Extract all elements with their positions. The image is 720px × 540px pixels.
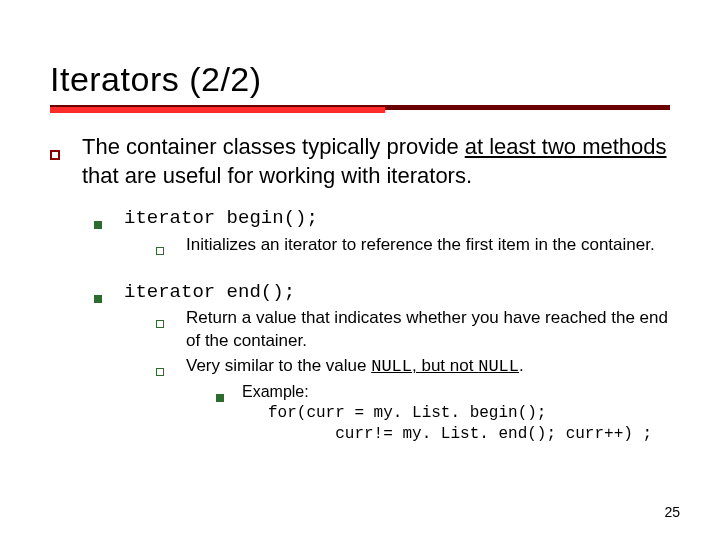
method-end-body: iterator end(); Return a value that indi…: [124, 278, 670, 448]
method-end-desc1-text: Return a value that indicates whether yo…: [186, 307, 670, 353]
desc2-code2: NULL: [478, 357, 519, 376]
method-begin-sig: iterator begin();: [124, 207, 318, 229]
example-code-line1: for(curr = my. List. begin();: [268, 404, 546, 422]
method-begin: iterator begin(); Initializes an iterato…: [94, 204, 670, 264]
method-end-sig: iterator end();: [124, 281, 295, 303]
desc2-pre: Very similar to the value: [186, 356, 371, 375]
method-end-desc1: Return a value that indicates whether yo…: [156, 307, 670, 353]
example-body: Example: for(curr = my. List. begin(); c…: [242, 381, 652, 446]
square-fill-bullet-icon: [216, 381, 242, 446]
example-code: for(curr = my. List. begin(); curr!= my.…: [268, 403, 652, 446]
method-end-desc2-text: Very similar to the value NULL, but not …: [186, 355, 652, 446]
method-begin-desc-text: Initializes an iterator to reference the…: [186, 234, 655, 262]
slide: Iterators (2/2) The container classes ty…: [0, 0, 720, 540]
square-open-bullet-icon: [156, 355, 186, 446]
page-number: 25: [664, 504, 680, 520]
desc2-code1: NULL: [371, 357, 412, 376]
method-end-desc2: Very similar to the value NULL, but not …: [156, 355, 670, 446]
intro-line: The container classes typically provide …: [50, 133, 670, 190]
intro-underlined: at least two methods: [465, 134, 667, 159]
example-label: Example:: [242, 383, 309, 400]
square-fill-bullet-icon: [94, 278, 124, 448]
slide-title: Iterators (2/2): [50, 60, 670, 99]
square-bullet-icon: [50, 133, 82, 190]
method-end: iterator end(); Return a value that indi…: [94, 278, 670, 448]
desc2-mid: , but not: [412, 356, 478, 375]
example-code-line2: curr!= my. List. end(); curr++) ;: [268, 425, 652, 443]
intro-post: that are useful for working with iterato…: [82, 163, 472, 188]
title-rule: [50, 105, 670, 115]
square-open-bullet-icon: [156, 307, 186, 353]
example: Example: for(curr = my. List. begin(); c…: [216, 381, 652, 446]
square-open-bullet-icon: [156, 234, 186, 262]
method-begin-desc: Initializes an iterator to reference the…: [156, 234, 655, 262]
intro-pre: The container classes typically provide: [82, 134, 465, 159]
method-begin-body: iterator begin(); Initializes an iterato…: [124, 204, 655, 264]
desc2-post: .: [519, 356, 524, 375]
intro-text: The container classes typically provide …: [82, 133, 670, 190]
square-fill-bullet-icon: [94, 204, 124, 264]
